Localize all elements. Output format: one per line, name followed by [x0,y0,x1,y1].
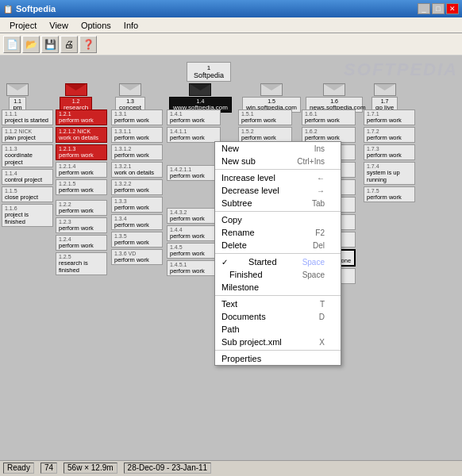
help-button[interactable]: ❓ [79,36,97,53]
app-icon: 📋 [3,5,13,13]
menu-options[interactable]: Options [75,19,117,32]
node-1-4-header: 1.4 www.softpedia.com [169,83,232,113]
new-button[interactable]: 📄 [3,36,21,53]
status-size: 56w × 12.9m [67,463,114,472]
watermark: SOFTPEDIA [344,60,458,80]
export-button[interactable]: 🖨 [60,36,78,53]
open-button[interactable]: 📂 [22,36,40,53]
ctx-new[interactable]: NewIns [215,142,341,155]
status-dimensions: 56w × 12.9m [64,463,117,474]
root-id: 1 [194,64,224,71]
col7-subnodes: 1.7.1 perform work 1.7.2 perform work 1.… [364,109,415,202]
col2-subnodes: 1.2.1 perform work 1.2.1.2 NICK work on … [56,109,107,275]
window-title: Softpedia [16,4,56,13]
ctx-separator-1 [215,169,341,170]
minimize-button[interactable]: _ [418,3,430,14]
ctx-separator-5 [215,350,341,351]
ctx-increase-level[interactable]: Increase level← [215,171,341,184]
status-number: 74 [40,463,57,474]
main-canvas: SOFTPEDIA 1 Softpedia 1.1 pm [0,56,462,460]
mindmap-canvas[interactable]: SOFTPEDIA 1 Softpedia 1.1 pm [0,56,462,460]
ctx-copy[interactable]: Copy [215,213,341,226]
status-date-range: 28-Dec-09 - 23-Jan-11 [124,463,212,474]
node-1-3-header: 1.3 concept [115,83,145,113]
node-1-7-header: 1.7 go live [372,83,398,113]
ctx-properties[interactable]: Properties [215,352,341,365]
ctx-path[interactable]: Path [215,323,341,336]
node-1-1-header: 1.1 pm [6,83,29,113]
ctx-separator-2 [215,211,341,212]
status-count: 74 [44,463,53,472]
ctx-sub-project[interactable]: Sub project.xmlX [215,336,341,348]
ctx-delete[interactable]: DeleteDel [215,239,341,251]
window-controls: _ □ ✕ [418,3,459,14]
status-ready: Ready [3,463,34,474]
ctx-started[interactable]: StartedSpace [215,255,341,268]
title-bar: 📋 Softpedia _ □ ✕ [0,0,462,17]
maximize-button[interactable]: □ [432,3,445,14]
context-menu: NewIns New subCtrl+Ins Increase level← D… [214,141,341,366]
ctx-separator-3 [215,253,341,254]
ctx-new-sub[interactable]: New subCtrl+Ins [215,155,341,167]
menu-project[interactable]: Project [3,19,43,32]
save-button[interactable]: 💾 [41,36,59,53]
col3-subnodes: 1.3.1 perform work 1.3.1.1 perform work … [111,109,163,265]
ctx-finished[interactable]: FinishedSpace [215,268,341,281]
ctx-text[interactable]: TextT [215,298,341,310]
root-label: Softpedia [194,71,224,79]
status-bar: Ready 74 56w × 12.9m 28-Dec-09 - 23-Jan-… [0,460,462,474]
ctx-rename[interactable]: RenameF2 [215,226,341,239]
root-node[interactable]: 1 Softpedia [187,62,231,82]
ctx-separator-4 [215,295,341,296]
col1-subnodes: 1.1.1 project is started 1.1.2 NICK plan… [2,109,53,227]
col4-subnodes: 1.4.1 perform work 1.4.1.1 perform work … [167,109,221,276]
node-1-5-header: 1.5 win.softpedia.com [242,83,301,113]
close-button[interactable]: ✕ [446,3,459,14]
ctx-subtree[interactable]: SubtreeTab [215,197,341,209]
status-dates: 28-Dec-09 - 23-Jan-11 [128,463,208,472]
ctx-milestone[interactable]: Milestone [215,281,341,294]
node-1-6-header: 1.6 news.softpedia.com [306,83,363,113]
ctx-decrease-level[interactable]: Decrease level→ [215,184,341,197]
node-1-2-header: 1.2 research [60,83,92,113]
toolbar: 📄 📂 💾 🖨 ❓ [0,33,462,56]
ctx-documents[interactable]: DocumentsD [215,310,341,323]
menu-view[interactable]: View [43,19,75,32]
menu-info[interactable]: Info [117,19,144,32]
status-text: Ready [7,463,30,472]
menu-bar: Project View Options Info [0,17,462,33]
